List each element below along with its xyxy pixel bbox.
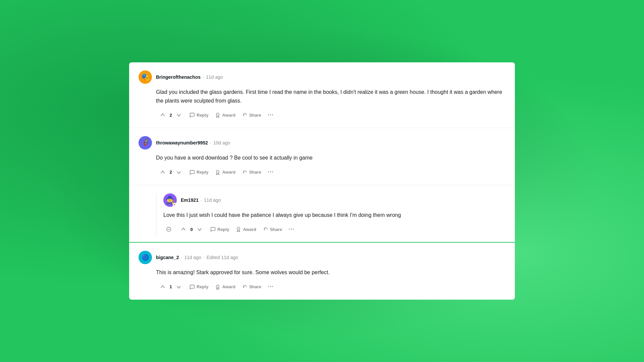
separator: · xyxy=(181,255,182,260)
reply-label: Reply xyxy=(197,113,208,118)
vote-count: 2 xyxy=(168,170,173,175)
share-label: Share xyxy=(249,113,261,118)
reply-label: Reply xyxy=(197,170,208,175)
comment-block: 🦸 throwawaynumber9952 · 10d ago Do you h… xyxy=(129,128,515,185)
svg-point-5 xyxy=(216,285,219,288)
comment-meta: Bringerofthenachos · 11d ago xyxy=(156,74,223,80)
avatar-image: 🦸 xyxy=(141,139,150,146)
share-button[interactable]: Share xyxy=(260,225,285,234)
svg-point-0 xyxy=(216,113,219,116)
vote-group: 1 xyxy=(156,281,185,293)
timestamp: 11d ago xyxy=(204,197,221,203)
share-button[interactable]: Share xyxy=(239,110,264,120)
award-label: Award xyxy=(222,113,235,118)
reply-button[interactable]: Reply xyxy=(187,168,211,177)
downvote-button[interactable] xyxy=(195,225,204,234)
separator: · xyxy=(201,197,202,203)
avatar: 🧙 ⊖ xyxy=(163,193,177,207)
vote-count: 1 xyxy=(168,284,173,289)
reply-button[interactable]: Reply xyxy=(187,282,211,292)
comment-meta: Em1921 · 11d ago xyxy=(181,197,221,203)
reply-label: Reply xyxy=(197,284,208,289)
separator: · xyxy=(203,74,204,80)
separator: · xyxy=(203,255,205,260)
upvote-button[interactable] xyxy=(179,225,188,234)
avatar: 🦸 xyxy=(139,136,152,149)
comment-actions: 2 Reply Award Share xyxy=(156,109,505,121)
avatar-image: 🧙 xyxy=(166,196,175,204)
username: throwawaynumber9952 xyxy=(156,140,208,145)
vote-group: 0 xyxy=(177,223,206,235)
share-button[interactable]: Share xyxy=(239,168,264,177)
panel-top: 🎭 Bringerofthenachos · 11d ago Glad you … xyxy=(129,62,515,242)
reply-button[interactable]: Reply xyxy=(187,110,211,120)
comment-meta: throwawaynumber9952 · 10d ago xyxy=(156,140,230,145)
timestamp: 11d ago xyxy=(206,74,223,80)
more-label: ··· xyxy=(288,226,294,233)
downvote-button[interactable] xyxy=(174,168,183,177)
downvote-button[interactable] xyxy=(174,110,183,120)
more-label: ··· xyxy=(268,283,274,290)
avatar-image: 🔵 xyxy=(142,254,149,261)
avatar: 🔵 xyxy=(139,251,152,264)
comment-meta: bigcane_2 · 11d ago · Edited 11d ago xyxy=(156,255,238,260)
award-label: Award xyxy=(222,284,235,289)
avatar: 🎭 xyxy=(139,70,152,84)
comment-header: 🔵 bigcane_2 · 11d ago · Edited 11d ago xyxy=(139,251,505,264)
timestamp: 10d ago xyxy=(213,140,230,145)
share-button[interactable]: Share xyxy=(239,282,264,292)
panel-bottom: 🔵 bigcane_2 · 11d ago · Edited 11d ago T… xyxy=(129,242,515,300)
downvote-button[interactable] xyxy=(174,282,183,292)
award-button[interactable]: Award xyxy=(212,282,238,292)
upvote-button[interactable] xyxy=(158,168,167,177)
share-label: Share xyxy=(249,170,261,175)
comment-block: 🧙 ⊖ Em1921 · 11d ago Love this I just wi… xyxy=(129,185,515,242)
more-button[interactable]: ··· xyxy=(265,110,276,120)
comments-panel: 🎭 Bringerofthenachos · 11d ago Glad you … xyxy=(129,62,515,300)
more-button[interactable]: ··· xyxy=(265,167,276,178)
collapse-button[interactable] xyxy=(163,224,174,235)
reply-indent: 🧙 ⊖ Em1921 · 11d ago Love this I just wi… xyxy=(156,193,505,236)
avatar-image: 🎭 xyxy=(141,73,150,81)
comment-body: This is amazing! Stark approved for sure… xyxy=(156,268,505,277)
separator: · xyxy=(210,140,211,145)
username: bigcane_2 xyxy=(156,255,179,260)
share-label: Share xyxy=(249,284,261,289)
vote-count: 2 xyxy=(168,113,173,118)
vote-count: 0 xyxy=(189,227,194,232)
award-label: Award xyxy=(222,170,235,175)
comment-block: 🎭 Bringerofthenachos · 11d ago Glad you … xyxy=(129,62,515,128)
reply-button[interactable]: Reply xyxy=(208,225,232,234)
more-label: ··· xyxy=(268,112,274,119)
vote-group: 2 xyxy=(156,109,185,121)
comment-body: Glad you included the glass gardens. Fir… xyxy=(156,88,505,105)
svg-point-4 xyxy=(237,228,240,230)
comment-header: 🦸 throwawaynumber9952 · 10d ago xyxy=(139,136,505,149)
comment-block: 🔵 bigcane_2 · 11d ago · Edited 11d ago T… xyxy=(129,243,515,300)
comment-actions: 1 Reply Award Share xyxy=(156,281,505,293)
upvote-button[interactable] xyxy=(158,110,167,120)
award-button[interactable]: Award xyxy=(212,168,238,177)
comment-header: 🎭 Bringerofthenachos · 11d ago xyxy=(139,70,505,84)
more-label: ··· xyxy=(268,169,274,176)
reply-label: Reply xyxy=(217,227,229,232)
edited-tag: Edited 11d ago xyxy=(207,255,238,260)
username: Bringerofthenachos xyxy=(156,74,201,80)
more-button[interactable]: ··· xyxy=(265,282,276,292)
comment-body: Love this I just wish I could have the p… xyxy=(163,211,505,220)
award-button[interactable]: Award xyxy=(233,225,259,234)
comment-body: Do you have a word download ? Be cool to… xyxy=(156,154,505,162)
vote-group: 2 xyxy=(156,166,185,178)
timestamp: 11d ago xyxy=(184,255,201,260)
share-label: Share xyxy=(270,227,282,232)
more-button[interactable]: ··· xyxy=(286,224,297,235)
upvote-button[interactable] xyxy=(158,282,167,292)
svg-point-1 xyxy=(216,170,219,173)
username: Em1921 xyxy=(181,197,199,203)
award-label: Award xyxy=(243,227,256,232)
comment-actions: 0 Reply Award Shar xyxy=(163,223,505,235)
award-button[interactable]: Award xyxy=(212,110,238,120)
comment-actions: 2 Reply Award Share xyxy=(156,166,505,178)
comment-header: 🧙 ⊖ Em1921 · 11d ago xyxy=(163,193,505,207)
